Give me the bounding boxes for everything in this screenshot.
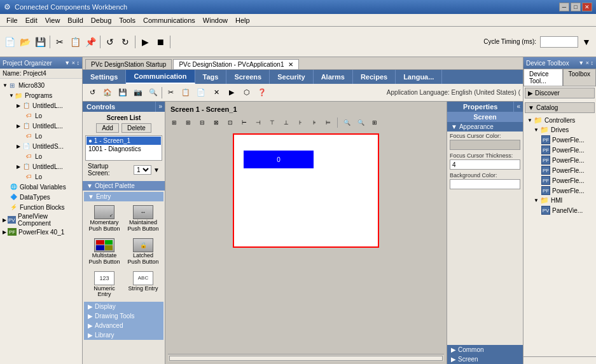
tree-item-function-blocks[interactable]: ⚡ Function Blocks: [1, 202, 81, 212]
tree-item-micro830[interactable]: ▼ ⊞ Micro830: [1, 80, 81, 90]
toolbar-redo[interactable]: ↻: [118, 35, 132, 49]
advanced-section-header[interactable]: ▶ Advanced: [84, 321, 163, 330]
toolbox-discover-header[interactable]: ▶ Discover: [525, 88, 595, 98]
appearance-header[interactable]: ▼ Appearance: [447, 122, 523, 131]
background-color-input[interactable]: [450, 179, 520, 189]
expand-untitled2[interactable]: ▶: [17, 123, 22, 129]
menu-window[interactable]: Window: [199, 15, 232, 25]
canvas-btn-12[interactable]: ⊨: [322, 117, 335, 128]
ct-cut[interactable]: ✂: [163, 86, 177, 99]
ct-home[interactable]: 🏠: [100, 86, 114, 99]
ct-copy[interactable]: 📋: [179, 86, 193, 99]
tree-item-lo2[interactable]: 🏷 Lo: [1, 131, 81, 141]
menu-view[interactable]: View: [41, 15, 64, 25]
tree-item-powerflex[interactable]: ▶ PF PowerFlex 40_1: [1, 227, 81, 236]
tab-tags[interactable]: Tags: [195, 70, 227, 84]
ct-stop[interactable]: ⬡: [240, 86, 254, 99]
palette-numeric-entry[interactable]: 123 Numeric Entry: [86, 269, 123, 300]
tree-item-untitled2[interactable]: ▶ 📋 UntitledL...: [1, 121, 81, 131]
toolbar-paste[interactable]: 📌: [83, 35, 97, 49]
canvas-btn-1[interactable]: ⊞: [168, 117, 181, 128]
toolbox-catalog-header[interactable]: ▼ Catalog: [525, 102, 595, 113]
ct-camera[interactable]: 📷: [131, 86, 145, 99]
add-screen-button[interactable]: Add: [96, 123, 119, 133]
toolbar-cut[interactable]: ✂: [53, 35, 67, 49]
canvas-grid[interactable]: ⊞: [368, 117, 381, 128]
toolbox-item-hmi[interactable]: ▼ 📁 HMI: [526, 196, 593, 205]
toolbox-item-drives[interactable]: ▼ 📁 Drives: [526, 125, 593, 135]
tree-item-lo1[interactable]: 🏷 Lo: [1, 111, 81, 121]
controls-expand-btn[interactable]: »: [155, 102, 165, 112]
menu-file[interactable]: File: [3, 15, 22, 25]
toolbox-tab-device[interactable]: Device Tool...: [523, 69, 563, 86]
delete-screen-button[interactable]: Delete: [121, 123, 151, 133]
project-organizer-controls[interactable]: ▼ × ↕: [64, 60, 80, 66]
tree-item-untitled1[interactable]: ▶ 📋 UntitledL...: [1, 100, 81, 111]
blue-rectangle[interactable]: 0: [244, 151, 314, 168]
tab-close-icon[interactable]: ✕: [288, 61, 293, 68]
toolbox-item-powerflex4[interactable]: PF PowerFle...: [526, 165, 593, 175]
canvas-btn-5[interactable]: ⊡: [224, 117, 237, 128]
tab-screens[interactable]: Screens: [226, 70, 270, 84]
common-section-header[interactable]: ▶ Common: [447, 345, 523, 354]
menu-debug[interactable]: Debug: [87, 15, 115, 25]
toolbar-undo[interactable]: ↺: [103, 35, 117, 49]
tree-item-untitled4[interactable]: ▶ 📋 UntitledL...: [1, 161, 81, 172]
toolbar-copy[interactable]: 📋: [68, 35, 82, 49]
menu-tools[interactable]: Tools: [115, 15, 139, 25]
menu-build[interactable]: Build: [64, 15, 87, 25]
canvas-zoom-in[interactable]: 🔍: [340, 117, 353, 128]
toolbox-bottom-scroll[interactable]: [523, 356, 596, 364]
palette-latched-push-button[interactable]: 🔒 Latched Push Button: [125, 236, 162, 267]
toolbox-tab-toolbox[interactable]: Toolbox: [563, 69, 596, 86]
ct-help[interactable]: ❓: [255, 86, 269, 99]
scroll-bar[interactable]: [169, 356, 443, 361]
canvas-btn-4[interactable]: ⊠: [210, 117, 223, 128]
tree-item-panelview[interactable]: ▶ PV PanelView Component: [1, 212, 81, 227]
palette-multistate-push-button[interactable]: Multistate Push Button: [86, 236, 123, 267]
palette-momentary-push-button[interactable]: ↙ Momentary Push Button: [86, 203, 123, 234]
canvas-btn-3[interactable]: ⊟: [196, 117, 209, 128]
tab-communication[interactable]: Communication: [126, 70, 195, 84]
ct-delete[interactable]: ✕: [209, 86, 223, 99]
expand-untitleds[interactable]: ▶: [17, 144, 22, 149]
toolbox-item-powerflex3[interactable]: PF PowerFle...: [526, 155, 593, 165]
canvas-btn-7[interactable]: ⊣: [252, 117, 265, 128]
tab-settings[interactable]: Settings: [83, 70, 126, 84]
display-section-header[interactable]: ▶ Display: [84, 302, 163, 311]
canvas-btn-6[interactable]: ⊢: [238, 117, 251, 128]
tab-recipes[interactable]: Recipes: [353, 70, 396, 84]
toolbar-stop[interactable]: ⏹: [153, 35, 167, 49]
toolbox-item-panelview-device[interactable]: PV PanelVie...: [526, 205, 593, 215]
menu-edit[interactable]: Edit: [22, 15, 41, 25]
ct-save[interactable]: 💾: [116, 86, 130, 99]
entry-section-header[interactable]: ▼ Entry: [84, 192, 163, 201]
toolbox-item-powerflex1[interactable]: PF PowerFle...: [526, 135, 593, 145]
library-section-header[interactable]: ▶ Library: [84, 330, 163, 340]
tree-item-lo4[interactable]: 🏷 Lo: [1, 172, 81, 182]
expand-untitled1[interactable]: ▶: [17, 103, 22, 109]
ct-refresh[interactable]: ↺: [85, 86, 99, 99]
object-palette-header[interactable]: ▼ Object Palette: [83, 181, 165, 191]
screen-item-diagnostics[interactable]: 1001 - Diagnostics: [87, 145, 161, 153]
canvas-btn-8[interactable]: ⊤: [266, 117, 279, 128]
ct-search[interactable]: 🔍: [146, 86, 160, 99]
tab-security[interactable]: Security: [270, 70, 313, 84]
maximize-button[interactable]: □: [571, 3, 581, 11]
canvas-zoom-out[interactable]: 🔍: [354, 117, 367, 128]
toolbar-open[interactable]: 📂: [18, 35, 32, 49]
startup-select[interactable]: 1: [134, 165, 151, 175]
canvas-btn-10[interactable]: ⊦: [294, 117, 307, 128]
focus-cursor-color-input[interactable]: [450, 140, 520, 150]
menu-help[interactable]: Help: [232, 15, 254, 25]
screen-item-1[interactable]: ● 1 - Screen_1: [87, 137, 161, 145]
close-button[interactable]: ✕: [582, 3, 592, 11]
tree-item-programs[interactable]: ▼ 📁 Programs: [1, 90, 81, 100]
toolbar-save[interactable]: 💾: [33, 35, 47, 49]
cycle-timing-input[interactable]: [540, 36, 578, 48]
tree-item-lo3[interactable]: 🏷 Lo: [1, 151, 81, 161]
expand-panelview[interactable]: ▶: [3, 217, 8, 223]
toolbox-item-powerflex5[interactable]: PF PowerFle...: [526, 175, 593, 185]
toolbar-build[interactable]: ▶: [138, 35, 152, 49]
tree-item-global-vars[interactable]: 🌐 Global Variables: [1, 182, 81, 192]
